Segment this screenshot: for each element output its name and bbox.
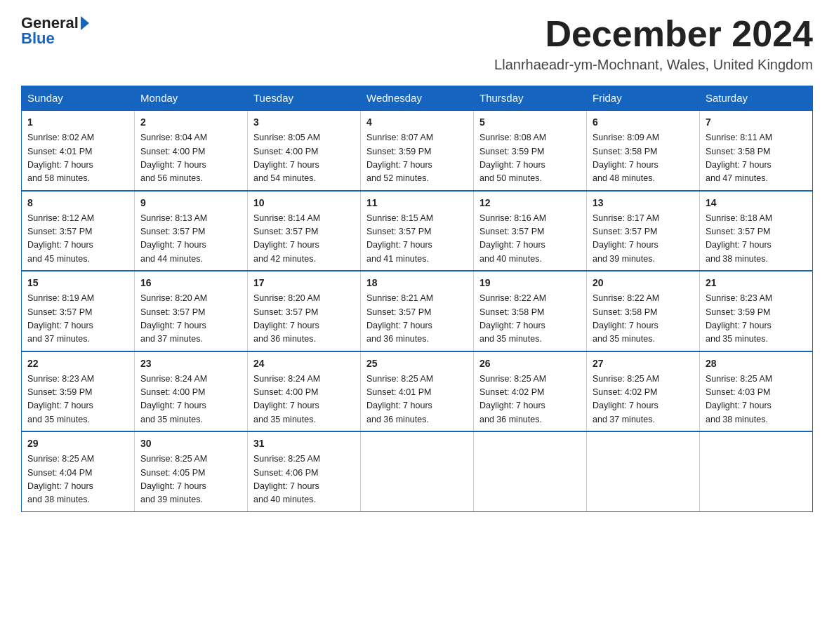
calendar-cell: 25Sunrise: 8:25 AMSunset: 4:01 PMDayligh… <box>361 351 474 432</box>
day-number: 13 <box>593 196 694 210</box>
weekday-header-saturday: Saturday <box>700 86 813 111</box>
calendar-cell: 31Sunrise: 8:25 AMSunset: 4:06 PMDayligh… <box>248 431 361 511</box>
calendar-cell: 12Sunrise: 8:16 AMSunset: 3:57 PMDayligh… <box>474 191 587 271</box>
month-title: December 2024 <box>494 14 813 54</box>
day-number: 22 <box>27 356 128 371</box>
calendar-table: SundayMondayTuesdayWednesdayThursdayFrid… <box>21 86 813 512</box>
day-number: 28 <box>706 356 807 371</box>
day-number: 3 <box>253 115 355 130</box>
day-info: Sunrise: 8:12 AMSunset: 3:57 PMDaylight:… <box>27 212 128 267</box>
day-info: Sunrise: 8:04 AMSunset: 4:00 PMDaylight:… <box>140 131 241 186</box>
calendar-cell: 10Sunrise: 8:14 AMSunset: 3:57 PMDayligh… <box>248 191 361 271</box>
day-info: Sunrise: 8:22 AMSunset: 3:58 PMDaylight:… <box>479 292 581 347</box>
calendar-cell: 16Sunrise: 8:20 AMSunset: 3:57 PMDayligh… <box>135 271 248 351</box>
day-info: Sunrise: 8:25 AMSunset: 4:02 PMDaylight:… <box>479 373 581 427</box>
day-info: Sunrise: 8:15 AMSunset: 3:57 PMDaylight:… <box>366 212 468 267</box>
day-number: 31 <box>253 436 355 451</box>
day-info: Sunrise: 8:25 AMSunset: 4:02 PMDaylight:… <box>593 373 694 427</box>
calendar-cell <box>700 431 813 511</box>
day-info: Sunrise: 8:21 AMSunset: 3:57 PMDaylight:… <box>366 292 468 347</box>
calendar-cell: 29Sunrise: 8:25 AMSunset: 4:04 PMDayligh… <box>22 431 135 511</box>
day-number: 1 <box>27 115 128 130</box>
calendar-cell: 28Sunrise: 8:25 AMSunset: 4:03 PMDayligh… <box>700 351 813 432</box>
day-number: 21 <box>706 276 807 290</box>
day-info: Sunrise: 8:24 AMSunset: 4:00 PMDaylight:… <box>140 373 241 427</box>
day-info: Sunrise: 8:09 AMSunset: 3:58 PMDaylight:… <box>593 131 694 186</box>
day-number: 6 <box>593 115 694 130</box>
calendar-week-row: 15Sunrise: 8:19 AMSunset: 3:57 PMDayligh… <box>22 271 813 351</box>
calendar-week-row: 22Sunrise: 8:23 AMSunset: 3:59 PMDayligh… <box>22 351 813 432</box>
day-info: Sunrise: 8:22 AMSunset: 3:58 PMDaylight:… <box>593 292 694 347</box>
day-info: Sunrise: 8:25 AMSunset: 4:06 PMDaylight:… <box>253 452 355 507</box>
location: Llanrhaeadr-ym-Mochnant, Wales, United K… <box>494 57 813 73</box>
day-number: 20 <box>593 276 694 290</box>
calendar-cell: 17Sunrise: 8:20 AMSunset: 3:57 PMDayligh… <box>248 271 361 351</box>
day-info: Sunrise: 8:05 AMSunset: 4:00 PMDaylight:… <box>253 131 355 186</box>
day-number: 15 <box>27 276 128 290</box>
day-number: 11 <box>366 196 468 210</box>
weekday-header-friday: Friday <box>587 86 700 111</box>
calendar-cell: 5Sunrise: 8:08 AMSunset: 3:59 PMDaylight… <box>474 110 587 191</box>
calendar-cell <box>587 431 700 511</box>
calendar-cell: 3Sunrise: 8:05 AMSunset: 4:00 PMDaylight… <box>248 110 361 191</box>
calendar-cell: 27Sunrise: 8:25 AMSunset: 4:02 PMDayligh… <box>587 351 700 432</box>
weekday-header-sunday: Sunday <box>22 86 135 111</box>
day-number: 12 <box>479 196 581 210</box>
calendar-cell: 24Sunrise: 8:24 AMSunset: 4:00 PMDayligh… <box>248 351 361 432</box>
day-number: 4 <box>366 115 468 130</box>
day-number: 9 <box>140 196 241 210</box>
calendar-cell: 14Sunrise: 8:18 AMSunset: 3:57 PMDayligh… <box>700 191 813 271</box>
calendar-header-row: SundayMondayTuesdayWednesdayThursdayFrid… <box>22 86 813 111</box>
calendar-week-row: 29Sunrise: 8:25 AMSunset: 4:04 PMDayligh… <box>22 431 813 511</box>
calendar-cell: 1Sunrise: 8:02 AMSunset: 4:01 PMDaylight… <box>22 110 135 191</box>
title-block: December 2024 Llanrhaeadr-ym-Mochnant, W… <box>494 14 813 73</box>
day-number: 8 <box>27 196 128 210</box>
day-info: Sunrise: 8:23 AMSunset: 3:59 PMDaylight:… <box>27 373 128 427</box>
calendar-cell: 8Sunrise: 8:12 AMSunset: 3:57 PMDaylight… <box>22 191 135 271</box>
day-number: 23 <box>140 356 241 371</box>
day-info: Sunrise: 8:24 AMSunset: 4:00 PMDaylight:… <box>253 373 355 427</box>
day-info: Sunrise: 8:18 AMSunset: 3:57 PMDaylight:… <box>706 212 807 267</box>
calendar-cell: 30Sunrise: 8:25 AMSunset: 4:05 PMDayligh… <box>135 431 248 511</box>
weekday-header-monday: Monday <box>135 86 248 111</box>
day-info: Sunrise: 8:08 AMSunset: 3:59 PMDaylight:… <box>479 131 581 186</box>
calendar-cell: 23Sunrise: 8:24 AMSunset: 4:00 PMDayligh… <box>135 351 248 432</box>
logo: General Blue <box>21 14 89 48</box>
calendar-cell: 21Sunrise: 8:23 AMSunset: 3:59 PMDayligh… <box>700 271 813 351</box>
day-number: 7 <box>706 115 807 130</box>
page-header: General Blue December 2024 Llanrhaeadr-y… <box>21 14 813 73</box>
calendar-cell: 13Sunrise: 8:17 AMSunset: 3:57 PMDayligh… <box>587 191 700 271</box>
weekday-header-thursday: Thursday <box>474 86 587 111</box>
day-number: 29 <box>27 436 128 451</box>
day-number: 19 <box>479 276 581 290</box>
calendar-cell: 18Sunrise: 8:21 AMSunset: 3:57 PMDayligh… <box>361 271 474 351</box>
day-info: Sunrise: 8:07 AMSunset: 3:59 PMDaylight:… <box>366 131 468 186</box>
day-number: 16 <box>140 276 241 290</box>
calendar-cell: 7Sunrise: 8:11 AMSunset: 3:58 PMDaylight… <box>700 110 813 191</box>
calendar-cell: 22Sunrise: 8:23 AMSunset: 3:59 PMDayligh… <box>22 351 135 432</box>
day-info: Sunrise: 8:19 AMSunset: 3:57 PMDaylight:… <box>27 292 128 347</box>
day-info: Sunrise: 8:20 AMSunset: 3:57 PMDaylight:… <box>140 292 241 347</box>
day-info: Sunrise: 8:13 AMSunset: 3:57 PMDaylight:… <box>140 212 241 267</box>
day-number: 14 <box>706 196 807 210</box>
calendar-cell: 26Sunrise: 8:25 AMSunset: 4:02 PMDayligh… <box>474 351 587 432</box>
calendar-cell: 19Sunrise: 8:22 AMSunset: 3:58 PMDayligh… <box>474 271 587 351</box>
day-info: Sunrise: 8:23 AMSunset: 3:59 PMDaylight:… <box>706 292 807 347</box>
calendar-cell: 15Sunrise: 8:19 AMSunset: 3:57 PMDayligh… <box>22 271 135 351</box>
day-number: 17 <box>253 276 355 290</box>
calendar-cell: 9Sunrise: 8:13 AMSunset: 3:57 PMDaylight… <box>135 191 248 271</box>
logo-arrow-icon <box>81 16 89 30</box>
calendar-cell <box>361 431 474 511</box>
calendar-week-row: 8Sunrise: 8:12 AMSunset: 3:57 PMDaylight… <box>22 191 813 271</box>
day-number: 18 <box>366 276 468 290</box>
calendar-cell: 6Sunrise: 8:09 AMSunset: 3:58 PMDaylight… <box>587 110 700 191</box>
day-info: Sunrise: 8:17 AMSunset: 3:57 PMDaylight:… <box>593 212 694 267</box>
weekday-header-wednesday: Wednesday <box>361 86 474 111</box>
calendar-cell: 2Sunrise: 8:04 AMSunset: 4:00 PMDaylight… <box>135 110 248 191</box>
calendar-cell: 4Sunrise: 8:07 AMSunset: 3:59 PMDaylight… <box>361 110 474 191</box>
day-info: Sunrise: 8:25 AMSunset: 4:01 PMDaylight:… <box>366 373 468 427</box>
day-number: 24 <box>253 356 355 371</box>
logo-blue: Blue <box>21 29 55 48</box>
day-number: 5 <box>479 115 581 130</box>
day-number: 30 <box>140 436 241 451</box>
